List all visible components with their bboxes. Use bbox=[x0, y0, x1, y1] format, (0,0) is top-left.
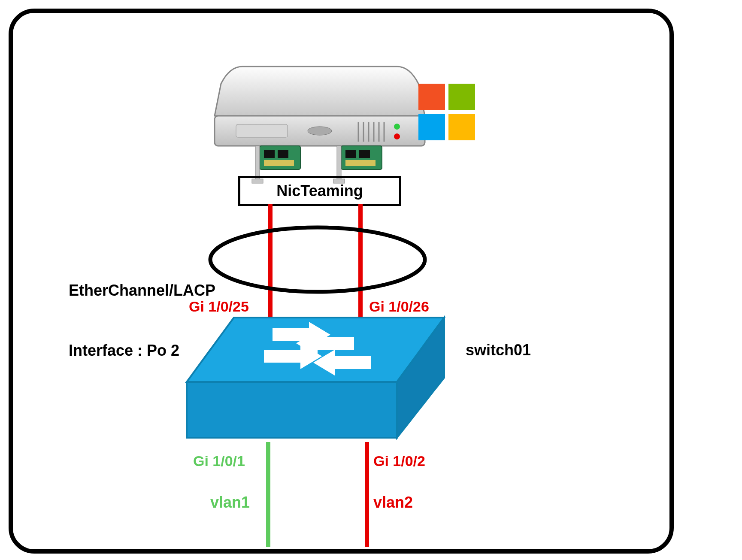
port-gi25: Gi 1/0/25 bbox=[189, 298, 249, 315]
switch-icon bbox=[182, 313, 448, 446]
server-icon bbox=[212, 60, 427, 154]
vlan2-label: vlan2 bbox=[373, 493, 413, 512]
svg-rect-12 bbox=[264, 150, 275, 158]
svg-rect-19 bbox=[359, 150, 370, 158]
etherchannel-ellipse-icon bbox=[206, 223, 429, 296]
svg-rect-25 bbox=[187, 382, 397, 438]
cable-gi1 bbox=[266, 442, 270, 547]
vlan1-label: vlan1 bbox=[210, 493, 250, 512]
svg-point-9 bbox=[394, 124, 400, 130]
windows-logo-icon bbox=[418, 84, 475, 140]
diagram-frame: Server IP : 192.168.1.200 bbox=[9, 9, 674, 554]
port-gi1: Gi 1/0/1 bbox=[193, 453, 245, 469]
port-gi2: Gi 1/0/2 bbox=[373, 453, 425, 469]
port-gi26: Gi 1/0/26 bbox=[369, 298, 429, 315]
svg-point-1 bbox=[308, 127, 332, 135]
switch-name: switch01 bbox=[466, 341, 531, 359]
svg-rect-18 bbox=[345, 150, 356, 158]
svg-point-23 bbox=[210, 227, 425, 292]
svg-rect-13 bbox=[278, 150, 288, 158]
svg-rect-14 bbox=[264, 160, 294, 166]
svg-rect-20 bbox=[345, 160, 376, 166]
etherchannel-line1: EtherChannel/LACP bbox=[69, 281, 215, 301]
nicteaming-box: NicTeaming bbox=[238, 176, 401, 206]
svg-point-10 bbox=[394, 133, 400, 139]
svg-rect-2 bbox=[236, 124, 288, 137]
nicteaming-label: NicTeaming bbox=[276, 182, 363, 200]
cable-gi2 bbox=[365, 442, 369, 547]
